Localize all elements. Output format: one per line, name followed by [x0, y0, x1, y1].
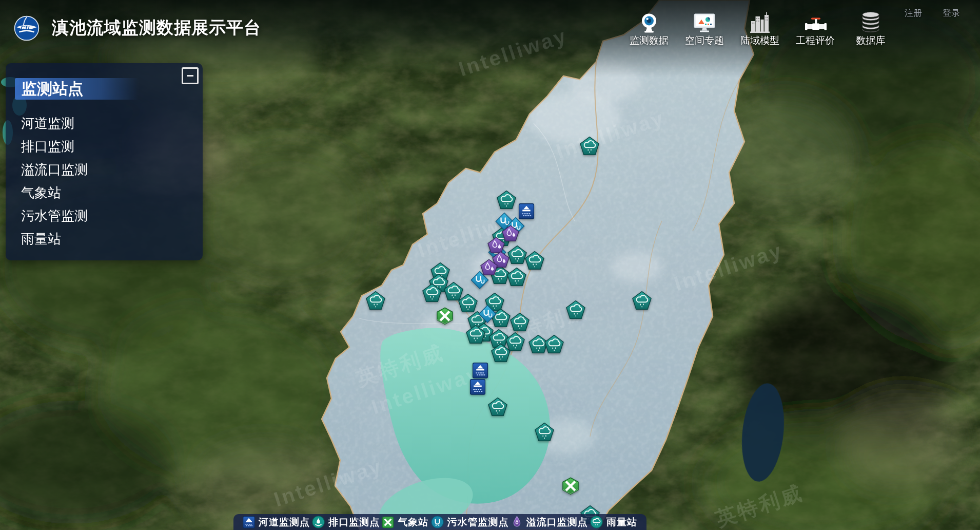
sewage-legend-icon — [431, 516, 444, 528]
nav-item-monitor-data[interactable]: 监测数据 — [628, 3, 670, 47]
panel-item-list: 河道监测 排口监测 溢流口监测 气象站 污水管监测 雨量站 — [6, 112, 203, 251]
panel-item-sewage-pipe-monitoring[interactable]: 污水管监测 — [6, 204, 203, 228]
rain-legend-icon — [590, 516, 603, 528]
overflow-station-marker[interactable] — [480, 259, 498, 275]
nav-item-database[interactable]: 数据库 — [850, 3, 892, 47]
valve-icon — [803, 3, 827, 33]
rain-station-marker[interactable] — [466, 325, 486, 344]
svg-text:CTI: CTI — [21, 25, 30, 31]
panel-item-overflow-monitoring[interactable]: 溢流口监测 — [6, 158, 203, 181]
register-link[interactable]: 注册 — [905, 7, 922, 19]
rain-station-marker[interactable] — [366, 291, 386, 310]
legend-item-overflow: 溢流口监测点 — [511, 516, 588, 529]
rain-station-marker[interactable] — [580, 137, 600, 156]
overflow-legend-icon — [511, 516, 523, 528]
nav-item-project-eval[interactable]: 工程评价 — [794, 3, 836, 47]
legend-item-sewage: 污水管监测点 — [431, 516, 509, 529]
monitor-icon — [693, 3, 716, 33]
river-station-marker[interactable] — [473, 363, 488, 378]
map-legend-bar: 河道监测点 排口监测点 气象站 污水管监测点 溢流口监测点 雨量站 — [233, 514, 646, 530]
panel-item-river-monitoring[interactable]: 河道监测 — [6, 112, 203, 135]
weather-station-marker[interactable] — [436, 307, 454, 325]
webcam-icon — [638, 3, 660, 33]
panel-item-rain-station[interactable]: 雨量站 — [6, 228, 203, 251]
legend-item-rain: 雨量站 — [590, 516, 637, 529]
rain-station-marker[interactable] — [507, 268, 527, 287]
legend-item-river: 河道监测点 — [243, 516, 310, 529]
rain-station-marker[interactable] — [525, 251, 545, 270]
sewage-station-marker[interactable] — [478, 305, 497, 324]
company-logo: CTI — [14, 15, 40, 41]
weather-station-marker[interactable] — [562, 477, 580, 495]
legend-item-outlet: 排口监测点 — [312, 516, 380, 529]
app-window: IntelliwayIntelliwayIntelliwayIntelliway… — [0, 0, 980, 530]
database-icon — [859, 3, 882, 33]
buildings-icon — [749, 3, 771, 33]
nav-label: 监测数据 — [630, 34, 669, 47]
rain-station-marker[interactable] — [497, 191, 517, 210]
monitoring-stations-panel: 监测站点 河道监测 排口监测 溢流口监测 气象站 污水管监测 雨量站 — [6, 63, 203, 260]
minus-icon — [187, 75, 193, 77]
nav-label: 数据库 — [856, 34, 886, 47]
river-station-marker[interactable] — [470, 379, 486, 395]
nav-label: 陆域模型 — [740, 34, 779, 47]
login-link[interactable]: 登录 — [943, 7, 960, 19]
rain-station-marker[interactable] — [632, 291, 652, 310]
rain-station-marker[interactable] — [544, 335, 564, 354]
nav-item-spatial-topics[interactable]: 空间专题 — [683, 3, 726, 47]
page-title: 滇池流域监测数据展示平台 — [52, 16, 261, 40]
rain-station-marker[interactable] — [566, 300, 586, 319]
rain-station-marker[interactable] — [505, 332, 525, 351]
panel-title[interactable]: 监测站点 — [15, 78, 139, 100]
outlet-legend-icon — [312, 516, 325, 528]
legend-item-weather: 气象站 — [382, 516, 428, 529]
nav-item-land-model[interactable]: 陆域模型 — [739, 3, 781, 47]
rain-station-marker[interactable] — [535, 423, 555, 442]
nav-label: 工程评价 — [796, 34, 835, 47]
panel-item-weather-station[interactable]: 气象站 — [6, 181, 203, 204]
top-nav: 监测数据 空间专题 — [628, 3, 892, 47]
rain-station-marker[interactable] — [458, 294, 478, 313]
weather-legend-icon — [382, 516, 394, 528]
river-legend-icon — [243, 516, 255, 528]
nav-label: 空间专题 — [685, 34, 724, 47]
header-bar: CTI 滇池流域监测数据展示平台 监测数据 — [0, 0, 980, 49]
rain-station-marker[interactable] — [510, 313, 530, 332]
auth-links: 注册 登录 — [905, 7, 960, 19]
panel-minimize-button[interactable] — [182, 67, 199, 84]
rain-station-marker[interactable] — [422, 283, 442, 302]
panel-item-outlet-monitoring[interactable]: 排口监测 — [6, 135, 203, 158]
rain-station-marker[interactable] — [488, 398, 508, 417]
